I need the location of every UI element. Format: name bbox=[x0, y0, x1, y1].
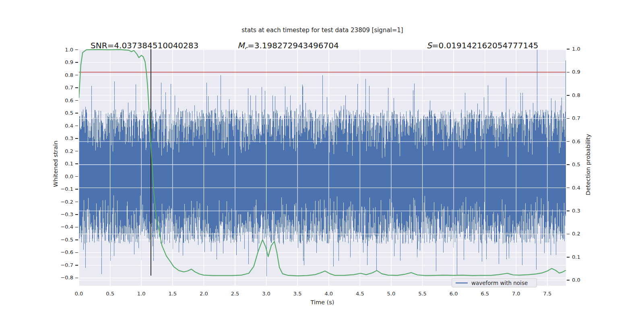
y-right-tick-mark bbox=[567, 257, 570, 258]
y-right-tick-mark bbox=[567, 72, 570, 73]
y-left-tick-label: 0.5 bbox=[47, 109, 73, 117]
y-left-tick-mark bbox=[75, 176, 78, 177]
y-left-tick-mark bbox=[75, 151, 78, 152]
y-right-tick-label: 0.8 bbox=[572, 92, 588, 99]
y-left-tick-label: 0.1 bbox=[47, 160, 73, 167]
y-left-tick-label: −0.4 bbox=[47, 223, 73, 231]
y-right-tick-mark bbox=[567, 49, 570, 50]
y-left-tick-label: 0.4 bbox=[47, 122, 73, 130]
y-left-tick-label: −0.7 bbox=[47, 262, 73, 269]
y-right-tick-label: 0.0 bbox=[572, 277, 588, 284]
y-left-tick-mark bbox=[75, 113, 78, 114]
y-right-tick-mark bbox=[567, 234, 570, 235]
y-left-tick-mark bbox=[75, 265, 78, 266]
y-left-tick-mark bbox=[75, 75, 78, 76]
y-left-tick-label: −0.2 bbox=[47, 198, 73, 206]
y-left-tick-mark bbox=[75, 138, 78, 139]
legend-label: waveform with noise bbox=[471, 280, 528, 286]
y-left-tick-label: 0.0 bbox=[47, 173, 73, 180]
y-left-tick-label: −0.3 bbox=[47, 211, 73, 218]
y-right-tick-label: 0.1 bbox=[572, 254, 588, 261]
y-right-tick-mark bbox=[567, 164, 570, 165]
chart-title: stats at each timestep for test data 238… bbox=[79, 27, 566, 34]
y-right-tick-mark bbox=[567, 211, 570, 211]
y-right-tick-label: 0.5 bbox=[572, 161, 588, 168]
y-left-tick-mark bbox=[75, 87, 78, 88]
legend-line-sample bbox=[455, 281, 468, 285]
y-right-tick-label: 1.0 bbox=[572, 45, 588, 53]
y-left-tick-label: 0.6 bbox=[47, 97, 73, 104]
x-tick-label: 2.5 bbox=[225, 290, 245, 297]
y-left-tick-label: 0.2 bbox=[47, 148, 73, 155]
y-left-tick-mark bbox=[75, 163, 78, 164]
x-tick-label: 0.0 bbox=[69, 290, 89, 297]
y-right-tick-mark bbox=[567, 95, 570, 96]
y-left-tick-label: −0.5 bbox=[47, 236, 73, 244]
y-left-tick-mark bbox=[75, 50, 78, 50]
y-left-tick-label: 0.3 bbox=[47, 135, 73, 142]
y-left-tick-label: 1.0 bbox=[47, 46, 73, 54]
x-tick-label: 1.0 bbox=[132, 290, 151, 297]
y-right-tick-label: 0.4 bbox=[572, 184, 588, 192]
y-left-tick-mark bbox=[75, 278, 78, 279]
y-left-tick-label: 0.7 bbox=[47, 84, 73, 91]
x-tick-label: 4.5 bbox=[350, 290, 369, 297]
y-right-tick-mark bbox=[567, 188, 570, 188]
x-tick-label: 6.5 bbox=[475, 290, 495, 297]
y-right-tick-label: 0.6 bbox=[572, 138, 588, 145]
plot-canvas bbox=[79, 49, 566, 286]
y-right-tick-label: 0.9 bbox=[572, 68, 588, 76]
y-right-tick-label: 0.7 bbox=[572, 115, 588, 122]
figure: stats at each timestep for test data 238… bbox=[0, 0, 644, 322]
x-tick-label: 7.0 bbox=[506, 290, 526, 297]
y-left-tick-mark bbox=[75, 189, 78, 190]
y-right-tick-mark bbox=[567, 280, 570, 281]
x-tick-label: 1.5 bbox=[163, 290, 182, 297]
x-tick-label: 0.5 bbox=[101, 290, 120, 297]
y-left-tick-label: −0.8 bbox=[47, 274, 73, 281]
y-left-tick-label: 0.8 bbox=[47, 72, 73, 79]
x-tick-label: 2.0 bbox=[194, 290, 213, 297]
x-axis-title: Time (s) bbox=[79, 299, 566, 305]
y-left-tick-mark bbox=[75, 62, 78, 63]
x-tick-label: 6.0 bbox=[444, 290, 463, 297]
y-left-tick-mark bbox=[75, 239, 78, 240]
y-left-tick-mark bbox=[75, 227, 78, 228]
legend: waveform with noise bbox=[452, 278, 537, 287]
x-tick-label: 3.5 bbox=[288, 290, 307, 297]
x-tick-label: 5.0 bbox=[382, 290, 401, 297]
x-tick-label: 5.5 bbox=[413, 290, 432, 297]
x-tick-label: 7.5 bbox=[538, 290, 557, 297]
y-left-tick-mark bbox=[75, 126, 78, 126]
y-right-tick-label: 0.3 bbox=[572, 207, 588, 215]
y-right-tick-label: 0.2 bbox=[572, 230, 588, 237]
plot-area bbox=[79, 49, 566, 286]
y-left-tick-label: −0.1 bbox=[47, 186, 73, 193]
y-left-tick-mark bbox=[75, 252, 78, 253]
x-tick-label: 3.0 bbox=[257, 290, 276, 297]
y-right-tick-mark bbox=[567, 141, 570, 142]
y-right-tick-mark bbox=[567, 118, 570, 119]
y-left-tick-mark bbox=[75, 202, 78, 202]
y-left-tick-label: −0.6 bbox=[47, 249, 73, 256]
x-tick-label: 4.0 bbox=[319, 290, 339, 297]
y-left-tick-mark bbox=[75, 100, 78, 101]
y-left-tick-mark bbox=[75, 214, 78, 215]
y-left-tick-label: 0.9 bbox=[47, 59, 73, 66]
